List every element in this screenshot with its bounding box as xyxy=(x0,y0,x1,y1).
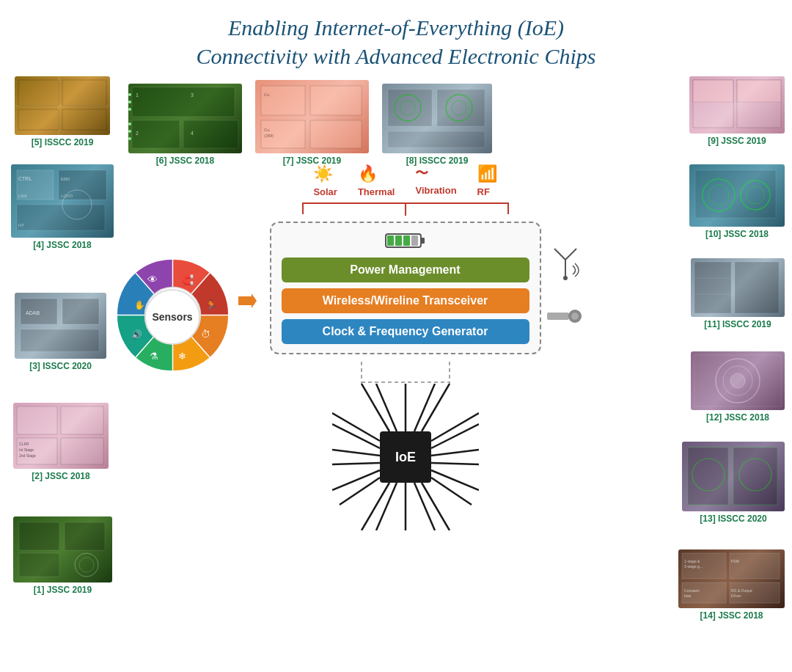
chip-10: [10] JSSC 2018 xyxy=(689,164,785,239)
svg-text:FSM: FSM xyxy=(731,559,739,563)
svg-rect-114 xyxy=(411,235,418,246)
svg-rect-60 xyxy=(693,80,733,102)
chip-11: [11] ISSCC 2019 xyxy=(691,258,785,329)
svg-text:✋: ✋ xyxy=(133,299,144,310)
energy-bracket xyxy=(292,200,519,219)
chip-9-img xyxy=(689,76,785,134)
svg-line-148 xyxy=(422,483,450,530)
svg-point-73 xyxy=(730,373,745,388)
energy-vibration: 〜 Vibration xyxy=(415,164,456,198)
svg-rect-113 xyxy=(403,235,410,246)
chip-7: Cu Cu (180f) [7] JSSC 2019 xyxy=(255,80,369,166)
svg-text:bias: bias xyxy=(684,594,692,598)
energy-thermal: 🔥 Thermal xyxy=(358,164,395,198)
svg-text:2: 2 xyxy=(136,131,139,136)
battery-icon xyxy=(282,232,529,253)
svg-point-29 xyxy=(75,553,98,577)
transceiver-bar: Wireless/Wireline Transceiver xyxy=(282,288,529,313)
svg-point-118 xyxy=(563,276,568,280)
svg-text:🏃: 🏃 xyxy=(205,299,218,311)
svg-rect-80 xyxy=(730,553,780,579)
svg-rect-82 xyxy=(730,582,780,603)
svg-rect-22 xyxy=(61,438,103,464)
rf-icon: 📶 xyxy=(477,164,497,183)
svg-line-138 xyxy=(431,478,472,505)
clock-bar: Clock & Frequency Generator xyxy=(282,319,529,344)
energy-rf: 📶 RF xyxy=(477,164,497,198)
title-line1: Enabling Internet-of-Everything (IoE) Co… xyxy=(0,13,792,70)
svg-rect-26 xyxy=(19,522,59,550)
svg-rect-112 xyxy=(395,235,402,246)
antenna-area xyxy=(547,245,584,328)
energy-sources: ☀️ Solar 🔥 Thermal 〜 Vibration 📶 RF xyxy=(139,164,671,198)
svg-text:4: 4 xyxy=(191,131,194,136)
svg-rect-75 xyxy=(688,448,728,505)
chip-13: [13] ISSCC 2020 xyxy=(682,442,785,524)
chip-9: [9] JSSC 2019 xyxy=(689,76,785,146)
svg-text:IoE: IoE xyxy=(395,450,415,464)
chip-14-img: 1-stage & 3-stage g... FSM Constant- bia… xyxy=(678,549,785,608)
svg-rect-3 xyxy=(62,109,106,130)
svg-line-136 xyxy=(431,463,479,464)
svg-text:1-stage &: 1-stage & xyxy=(684,559,700,563)
svg-text:EBD: EBD xyxy=(61,177,70,181)
svg-line-139 xyxy=(362,384,389,431)
ioe-box: Power Management Wireless/Wireline Trans… xyxy=(270,222,541,354)
svg-text:⏱: ⏱ xyxy=(200,329,210,340)
svg-rect-8 xyxy=(17,205,105,230)
svg-rect-81 xyxy=(682,582,726,603)
svg-rect-0 xyxy=(18,80,59,106)
energy-solar: ☀️ Solar xyxy=(313,164,337,198)
vibration-icon: 〜 xyxy=(415,164,456,182)
svg-rect-44 xyxy=(261,86,305,115)
svg-line-117 xyxy=(565,249,576,260)
svg-line-116 xyxy=(554,249,565,260)
svg-text:3: 3 xyxy=(191,92,194,98)
svg-text:CTRL: CTRL xyxy=(18,176,32,181)
chip-12: [12] JSSC 2018 xyxy=(691,351,785,423)
svg-text:2nd Stage: 2nd Stage xyxy=(19,453,36,458)
chip-3: ADAB [3] ISSCC 2020 xyxy=(15,293,106,371)
solar-icon: ☀️ xyxy=(313,164,337,183)
chip-4: CTRL EBD LNA LQRD HT [4] JSSC 2018 xyxy=(11,164,114,250)
svg-text:Cu: Cu xyxy=(264,128,270,132)
chip-10-img xyxy=(689,164,785,227)
rf-connector xyxy=(547,307,584,328)
chip-7-img: Cu Cu (180f) xyxy=(255,80,369,153)
svg-text:1: 1 xyxy=(136,92,139,98)
svg-text:ADAB: ADAB xyxy=(26,310,40,315)
chip-5-img xyxy=(15,76,110,135)
svg-line-142 xyxy=(414,384,435,431)
svg-text:👁: 👁 xyxy=(147,274,158,285)
svg-rect-47 xyxy=(310,120,362,148)
svg-point-121 xyxy=(571,313,579,320)
svg-text:Cu: Cu xyxy=(264,92,270,97)
svg-text:Constant-: Constant- xyxy=(684,588,700,593)
svg-rect-1 xyxy=(62,80,106,106)
svg-rect-17 xyxy=(21,329,99,351)
chip-13-img xyxy=(682,442,785,511)
svg-rect-20 xyxy=(61,406,103,434)
svg-text:Ist Stage: Ist Stage xyxy=(19,448,34,452)
svg-line-137 xyxy=(431,470,479,490)
chip-11-img xyxy=(691,258,785,317)
svg-text:LNA: LNA xyxy=(18,194,27,198)
svg-line-140 xyxy=(376,384,397,431)
svg-line-143 xyxy=(422,384,450,431)
svg-text:3-stage g...: 3-stage g... xyxy=(684,564,703,569)
svg-rect-57 xyxy=(388,131,485,147)
svg-text:HT: HT xyxy=(18,223,24,227)
svg-point-30 xyxy=(79,558,94,572)
sensors-wheel-container: 👁 🧲 🏃 ⏱ ❄ ⚗ 🔊 ✋ xyxy=(109,251,237,382)
svg-rect-28 xyxy=(19,553,59,577)
chip-8-img xyxy=(382,84,492,153)
chip-6: 1 3 2 4 [6] JSSC 2018 xyxy=(128,84,242,166)
title-area: Enabling Internet-of-Everything (IoE) Co… xyxy=(0,0,792,76)
power-mgmt-bar: Power Management xyxy=(282,258,529,282)
svg-point-38 xyxy=(128,93,131,96)
svg-text:CLKR: CLKR xyxy=(19,442,29,446)
chip-14: 1-stage & 3-stage g... FSM Constant- bia… xyxy=(678,549,785,621)
svg-line-132 xyxy=(340,478,380,505)
svg-point-42 xyxy=(128,130,131,133)
svg-marker-108 xyxy=(238,293,257,308)
